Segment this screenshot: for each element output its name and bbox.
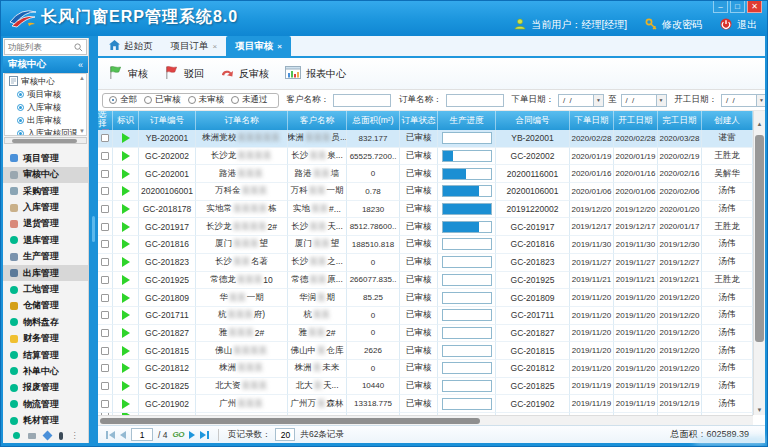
minimize-button[interactable]: – [713,1,728,13]
scroll-down-icon[interactable]: ▼ [754,407,765,413]
sidebar-item[interactable]: 采购管理 [3,183,88,199]
change-password-link[interactable]: 修改密码 [662,18,702,32]
collapse-icon[interactable]: « [78,60,83,70]
column-header[interactable]: 客户名称 [288,111,347,130]
function-search[interactable] [4,39,87,55]
table-row[interactable]: GC-201902广州某某某广州万某森林13318.775已审核GC-20190… [98,395,753,413]
tab-close-icon[interactable]: × [277,42,282,51]
row-checkbox[interactable] [101,329,109,337]
column-header[interactable]: 下单日期 [570,111,614,130]
toolbar-button[interactable]: 审核 [108,65,148,82]
search-input[interactable] [8,42,68,52]
table-row[interactable]: GC-201809华某某一期华润某期85.25已审核GC-2018092019/… [98,289,753,307]
tree-item[interactable]: 出库审核 [5,114,86,127]
chevron-down-icon[interactable]: ▼ [757,94,765,107]
sidebar-item[interactable]: 退货管理 [3,216,88,232]
start-date-picker[interactable]: / / ▼ [721,94,765,107]
sidebar-item[interactable]: 项目管理 [3,150,88,166]
footer-more-icon[interactable]: ⋮ [71,432,79,440]
row-checkbox[interactable] [101,347,109,355]
table-row[interactable]: GC-201827雅某某某2#雅某某2#0已审核GC-2018272019/11… [98,325,753,343]
tab-item[interactable]: 项目订单× [162,36,227,56]
footer-dot-icon[interactable] [13,432,20,439]
column-header[interactable]: 标识 [113,111,139,130]
column-header[interactable]: 总面积(m²) [347,111,400,130]
go-button[interactable]: GO [172,430,183,439]
sidebar-item[interactable]: 物流管理 [3,396,88,412]
tree-item[interactable]: 入库审核回退 [5,127,86,136]
row-checkbox[interactable] [101,170,109,178]
row-checkbox[interactable] [101,364,109,372]
order-date-to-picker[interactable]: / / ▼ [621,94,667,107]
status-radio[interactable] [109,96,117,104]
table-row[interactable]: GC-202001路港某某某路港某某墙0已审核202001160012020/0… [98,165,753,183]
column-header[interactable]: 合同编号 [496,111,570,130]
sidebar-item[interactable]: 报废管理 [3,380,88,396]
row-checkbox[interactable] [101,152,109,160]
sidebar-item[interactable]: 入库管理 [3,199,88,215]
sidebar-item[interactable]: 仓储管理 [3,298,88,314]
sidebar-item[interactable]: 生产管理 [3,249,88,265]
table-row[interactable]: GC-201711杭某某某府)杭某某0已审核GC-2017112019/11/2… [98,307,753,325]
prev-page-button[interactable] [120,431,126,439]
table-row[interactable]: GC-201825北大资某某某北大某天...10440已审核GC-2018252… [98,378,753,396]
row-checkbox[interactable] [101,276,109,284]
close-button[interactable]: ✕ [747,1,762,13]
tree-scroll-up-icon[interactable]: ▲ [79,75,85,81]
toolbar-button[interactable]: 报表中心 [285,66,346,81]
column-header[interactable]: 生产进度 [438,111,496,130]
tab-close-icon[interactable]: × [213,42,218,51]
page-number-input[interactable] [131,428,153,441]
row-checkbox[interactable] [101,382,109,390]
tab-item[interactable]: 起始页 [100,36,162,56]
order-date-from-value[interactable]: / / [558,94,594,107]
vertical-scrollbar[interactable]: ▲ ▼ [753,111,765,415]
sidebar-item[interactable]: 财务管理 [3,330,88,346]
footer-cart-icon[interactable] [28,433,36,439]
column-header[interactable]: 订单名称 [196,111,288,130]
order-date-to-value[interactable]: / / [621,94,657,107]
last-page-button[interactable] [200,431,209,439]
first-page-button[interactable] [106,431,115,439]
logout-link[interactable]: 退出 [737,18,757,32]
vertical-scroll-thumb[interactable] [755,135,764,342]
table-row[interactable]: GC-201812株洲某某某株洲某未来0已审核GC-2018122019/11/… [98,360,753,378]
footer-logistics-icon[interactable] [42,431,52,441]
scroll-up-icon[interactable]: ▲ [754,121,765,127]
tree-scroll-thumb[interactable] [12,139,77,143]
status-radio[interactable] [188,96,196,104]
sidebar-item[interactable]: 耗材管理 [3,412,88,428]
horizontal-scroll-thumb[interactable] [100,418,480,424]
column-header[interactable]: 创建人 [702,111,753,130]
table-row[interactable]: GC-201823长沙某某名著长沙某某之...0已审核GC-2018232019… [98,254,753,272]
row-checkbox[interactable] [101,400,109,408]
sidebar-splitter[interactable] [89,36,98,446]
row-checkbox[interactable] [101,311,109,319]
tree-scroll-down-icon[interactable]: ▼ [79,128,85,134]
table-row[interactable]: GC-201917长沙龙某某某某2#长沙某某天...8512.78600..已审… [98,218,753,236]
customer-name-input[interactable] [333,94,391,107]
status-radio[interactable] [144,96,152,104]
table-row[interactable]: 20200106001万科金某某某万科某某一期0.78已审核2020010600… [98,183,753,201]
column-header[interactable]: 订单状态 [400,111,438,130]
table-row[interactable]: GC-2018178实地常某某某某栋实地某某#...18230已审核201912… [98,201,753,219]
table-row[interactable]: GC-202002长沙龙某某某某长沙某某泉...65525.7200..已审核G… [98,148,753,166]
footer-user-icon[interactable] [59,432,63,440]
status-radio[interactable] [231,96,239,104]
start-date-value[interactable]: / / [721,94,757,107]
sidebar-item[interactable]: 工地管理 [3,281,88,297]
row-checkbox[interactable] [101,294,109,302]
chevron-down-icon[interactable]: ▼ [657,94,667,107]
sidebar-item[interactable]: 补单中心 [3,363,88,379]
tab-active[interactable]: 项目审核× [226,36,291,56]
table-row[interactable]: GC-201925常德龙某某某10常德某某原...266077.835..已审核… [98,272,753,290]
order-date-from-picker[interactable]: / / ▼ [558,94,604,107]
row-checkbox[interactable] [101,205,109,213]
table-row[interactable]: GC-201815佛山某某某某佛山中某仓库2626已审核GC-201815201… [98,342,753,360]
row-checkbox[interactable] [101,223,109,231]
tree-item[interactable]: 入库审核 [5,101,86,114]
tree-item[interactable]: 项目审核 [5,88,86,101]
sidebar-item[interactable]: 退库管理 [3,232,88,248]
next-page-button[interactable] [189,431,195,439]
row-checkbox[interactable] [101,240,109,248]
